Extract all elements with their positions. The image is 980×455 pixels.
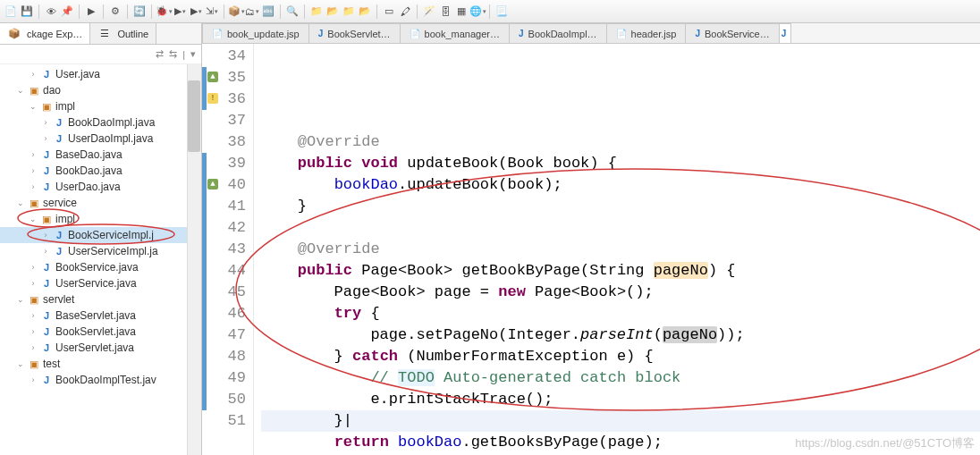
tree-twisty-icon[interactable]: › xyxy=(27,150,39,159)
code-line[interactable] xyxy=(261,110,980,131)
override-marker-icon[interactable]: ▲ xyxy=(207,179,218,190)
tree-twisty-icon[interactable]: › xyxy=(39,231,52,240)
code-line[interactable]: // TODO Auto-generated catch block xyxy=(261,367,980,389)
warning-marker-icon[interactable]: ! xyxy=(207,93,218,104)
code-line[interactable]: public Page<Book> getBookByPage(String p… xyxy=(261,260,980,282)
toolbar-db-icon[interactable]: 🗄 xyxy=(438,4,452,19)
tree-item-BookService-java[interactable]: ›JBookService.java xyxy=(0,259,201,275)
toolbar-doc-icon[interactable]: 📃 xyxy=(494,4,509,19)
code-line[interactable]: Page<Book> page = new Page<Book>(); xyxy=(261,282,980,303)
toolbar-proj-dd-icon[interactable]: 🗂 xyxy=(245,4,259,19)
code-line[interactable]: public void updateBook(Book book) { xyxy=(261,153,980,174)
tree-scrollbar[interactable] xyxy=(187,64,201,455)
tree-item-BookServlet-java[interactable]: ›JBookServlet.java xyxy=(0,324,201,340)
code-line[interactable]: } xyxy=(261,196,980,217)
tree-item-UserService-java[interactable]: ›JUserService.java xyxy=(0,275,201,291)
tree-item-BaseDao-java[interactable]: ›JBaseDao.java xyxy=(0,147,201,163)
scroll-thumb[interactable] xyxy=(188,80,200,152)
tree-twisty-icon[interactable]: › xyxy=(27,343,39,352)
tree-twisty-icon[interactable]: ⌄ xyxy=(14,359,27,368)
editor-tab-5[interactable]: JBookService… xyxy=(685,23,779,43)
toolbar-save-icon[interactable]: 💾 xyxy=(20,4,34,19)
editor-tab-active[interactable]: J xyxy=(779,23,791,43)
toolbar-folder3-icon[interactable]: 📁 xyxy=(342,4,356,19)
tree-item-User-java[interactable]: ›JUser.java xyxy=(0,66,201,82)
code-editor[interactable]: 3435▲36!37383940▲4142434445464748495051 … xyxy=(202,44,980,455)
code-line[interactable]: page.setPageNo(Integer.parseInt(pageNo))… xyxy=(261,324,980,346)
editor-tab-4[interactable]: 📄header.jsp xyxy=(606,23,687,43)
tree-item-BookDaoImpl-java[interactable]: ›JBookDaoImpl.java xyxy=(0,114,201,131)
tree-twisty-icon[interactable]: ⌄ xyxy=(14,86,27,95)
override-marker-icon[interactable]: ▲ xyxy=(207,72,218,82)
tree-twisty-icon[interactable]: › xyxy=(27,263,39,272)
tree-twisty-icon[interactable]: › xyxy=(39,134,52,143)
package-tree[interactable]: ›JUser.java⌄▣dao⌄▣impl›JBookDaoImpl.java… xyxy=(0,64,201,455)
tree-item-servlet[interactable]: ⌄▣servlet xyxy=(0,291,201,308)
toolbar-gear-icon[interactable]: ⚙ xyxy=(108,4,122,19)
tree-twisty-icon[interactable]: › xyxy=(27,311,39,320)
tree-item-UserServiceImpl-ja[interactable]: ›JUserServiceImpl.ja xyxy=(0,243,201,259)
toolbar-refresh-icon[interactable]: 🔄 xyxy=(132,4,147,19)
collapse-icon[interactable]: ⇆ xyxy=(169,48,177,60)
code-line[interactable]: e.printStackTrace(); xyxy=(261,389,980,410)
toolbar-view-icon[interactable]: 👁 xyxy=(44,4,58,19)
tree-twisty-icon[interactable]: › xyxy=(27,327,39,336)
toolbar-globe-dd-icon[interactable]: 🌐 xyxy=(470,4,485,19)
toolbar-magnify-icon[interactable]: 🔍 xyxy=(285,4,300,19)
tree-item-UserServlet-java[interactable]: ›JUserServlet.java xyxy=(0,340,201,356)
editor-tab-0[interactable]: 📄book_update.jsp xyxy=(202,23,309,43)
toolbar-pin-icon[interactable]: 📌 xyxy=(60,4,74,19)
tree-twisty-icon[interactable]: › xyxy=(27,279,39,288)
menu-icon[interactable]: ▾ xyxy=(190,48,196,60)
tree-item-impl[interactable]: ⌄▣impl xyxy=(0,98,201,114)
code-line[interactable]: @Override xyxy=(261,131,980,153)
code-line[interactable]: } catch (NumberFormatException e) { xyxy=(261,346,980,367)
toolbar-run-dd-icon[interactable]: ▶ xyxy=(173,4,187,19)
tree-item-UserDao-java[interactable]: ›JUserDao.java xyxy=(0,179,201,195)
tree-twisty-icon[interactable]: › xyxy=(27,182,39,191)
editor-tab-1[interactable]: JBookServlet… xyxy=(308,23,401,43)
tab-package-explorer[interactable]: 📦 ckage Exp… xyxy=(0,23,90,44)
tree-item-BookDao-java[interactable]: ›JBookDao.java xyxy=(0,163,201,179)
tree-twisty-icon[interactable]: ⌄ xyxy=(14,198,27,207)
tree-twisty-icon[interactable]: ⌄ xyxy=(27,215,39,223)
toolbar-hl-icon[interactable]: 🖍 xyxy=(398,4,412,19)
toolbar-folder2-icon[interactable]: 📂 xyxy=(325,4,340,19)
tree-item-BookServiceImpl-j[interactable]: ›JBookServiceImpl.j xyxy=(0,227,201,243)
tree-twisty-icon[interactable]: › xyxy=(39,247,52,256)
tree-item-dao[interactable]: ⌄▣dao xyxy=(0,82,201,98)
code-line[interactable] xyxy=(261,217,980,239)
editor-tab-3[interactable]: JBookDaoImpl… xyxy=(509,23,607,43)
toolbar-play-green-icon[interactable]: ▶ xyxy=(84,4,98,19)
editor-tab-2[interactable]: 📄book_manager… xyxy=(400,23,510,43)
tree-item-BookDaoImplTest-jav[interactable]: ›JBookDaoImplTest.jav xyxy=(0,372,201,388)
toolbar-debug-dd-icon[interactable]: 🐞 xyxy=(156,4,171,19)
tab-outline[interactable]: ☰ Outline xyxy=(90,23,156,44)
toolbar-grid-icon[interactable]: ▦ xyxy=(454,4,469,19)
toolbar-new-icon[interactable]: 📄 xyxy=(4,4,18,19)
tree-item-test[interactable]: ⌄▣test xyxy=(0,356,201,372)
tree-item-BaseServlet-java[interactable]: ›JBaseServlet.java xyxy=(0,308,201,324)
tree-item-impl[interactable]: ⌄▣impl xyxy=(0,211,201,227)
code-line[interactable]: try { xyxy=(261,303,980,324)
code-line[interactable]: bookDao.updateBook(book); xyxy=(261,174,980,196)
toolbar-ext-dd-icon[interactable]: ⇲ xyxy=(205,4,219,19)
tree-item-UserDaoImpl-java[interactable]: ›JUserDaoImpl.java xyxy=(0,131,201,147)
tree-twisty-icon[interactable]: ⌄ xyxy=(27,102,39,111)
tree-twisty-icon[interactable]: › xyxy=(27,166,39,175)
tree-item-service[interactable]: ⌄▣service xyxy=(0,195,201,211)
code-line[interactable]: @Override xyxy=(261,239,980,260)
tree-twisty-icon[interactable]: › xyxy=(27,375,39,384)
tree-twisty-icon[interactable]: › xyxy=(27,70,39,79)
toolbar-run2-dd-icon[interactable]: ▶ xyxy=(189,4,203,19)
toolbar-wand-icon[interactable]: 🪄 xyxy=(422,4,436,19)
tree-twisty-icon[interactable]: › xyxy=(39,118,52,127)
toolbar-search-ab-icon[interactable]: 🔤 xyxy=(261,4,275,19)
toolbar-folder1-icon[interactable]: 📁 xyxy=(309,4,324,19)
tree-twisty-icon[interactable]: ⌄ xyxy=(14,295,27,304)
code-content[interactable]: @Override public void updateBook(Book bo… xyxy=(254,44,980,455)
link-icon[interactable]: ⇄ xyxy=(156,48,164,60)
toolbar-cube-dd-icon[interactable]: 📦 xyxy=(229,4,243,19)
toolbar-folder4-icon[interactable]: 📂 xyxy=(358,4,372,19)
code-line[interactable]: }| xyxy=(261,410,980,432)
